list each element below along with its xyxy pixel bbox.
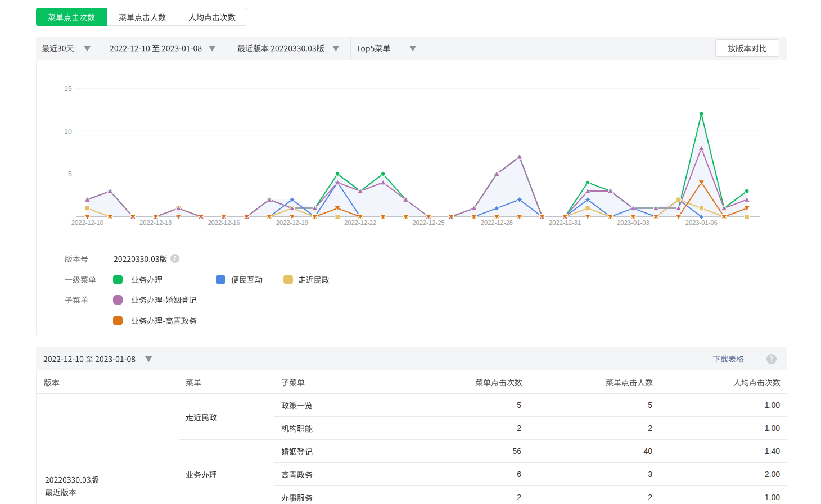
svg-text:2022-12-28: 2022-12-28: [481, 219, 513, 226]
svg-text:2023-01-03: 2023-01-03: [617, 219, 649, 226]
svg-text:5: 5: [68, 170, 72, 178]
svg-text:2022-12-25: 2022-12-25: [412, 219, 444, 226]
svg-text:2022-12-16: 2022-12-16: [207, 219, 240, 226]
svg-text:2022-12-13: 2022-12-13: [139, 219, 172, 226]
svg-text:2023-01-06: 2023-01-06: [685, 219, 718, 226]
svg-text:2022-12-19: 2022-12-19: [276, 219, 308, 226]
svg-text:15: 15: [64, 85, 72, 93]
svg-text:10: 10: [64, 128, 72, 135]
svg-text:2022-12-10: 2022-12-10: [71, 219, 103, 226]
svg-text:2022-12-22: 2022-12-22: [344, 219, 376, 226]
svg-text:2022-12-31: 2022-12-31: [549, 219, 581, 226]
